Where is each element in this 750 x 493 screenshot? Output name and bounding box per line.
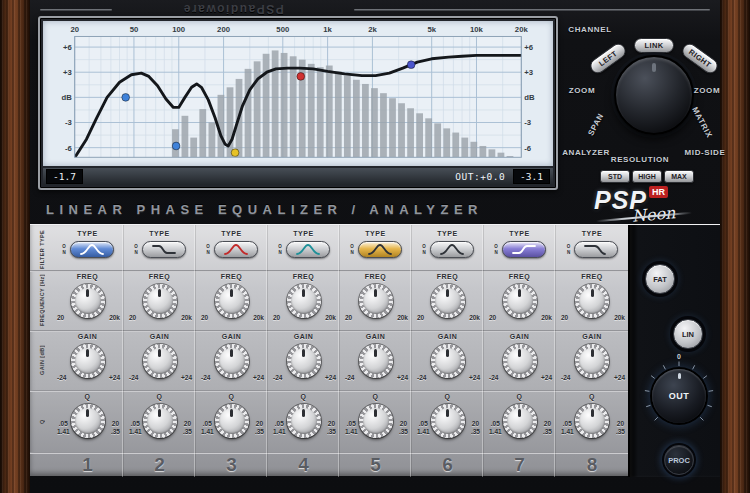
link-button[interactable]: LINK [634, 38, 674, 53]
freq-knob[interactable] [215, 284, 249, 318]
q-max-labels: 20.35 [543, 420, 552, 436]
db-scale-label-right: dB [524, 93, 535, 102]
gain-label: GAIN [196, 333, 267, 340]
freq-max-label: 20k [469, 314, 480, 321]
type-label: TYPE [556, 230, 628, 237]
type-label: TYPE [268, 230, 339, 237]
chassis: PSPaudioware 20501002005001k2k5k10k20k+6… [30, 0, 720, 493]
freq-knob[interactable] [143, 284, 177, 318]
freq-knob[interactable] [431, 284, 465, 318]
gain-min-label: -24 [561, 374, 570, 381]
freq-knob[interactable] [575, 284, 609, 318]
out-knob[interactable]: OUT [652, 369, 706, 423]
freq-label: FREQ [268, 273, 339, 280]
gain-knob[interactable] [287, 344, 321, 378]
q-knob[interactable] [431, 404, 465, 438]
gain-knob[interactable] [575, 344, 609, 378]
q-knob[interactable] [359, 404, 393, 438]
freq-min-label: 20 [561, 314, 568, 321]
freq-max-label: 20k [614, 314, 625, 321]
resolution-std-button[interactable]: STD [600, 170, 630, 183]
gain-max-label: +24 [253, 374, 264, 381]
band-on-indicator[interactable]: ON [494, 244, 499, 256]
q-knob[interactable] [503, 404, 537, 438]
band-on-indicator[interactable]: ON [566, 244, 571, 256]
gain-knob[interactable] [215, 344, 249, 378]
filter-type-button[interactable] [574, 241, 618, 258]
gain-min-label: -24 [417, 374, 426, 381]
filter-type-button[interactable] [430, 241, 474, 258]
proc-button[interactable]: PROC [664, 445, 694, 475]
freq-scale-label: 50 [130, 25, 139, 34]
band-on-indicator[interactable]: ON [134, 244, 139, 256]
channel-matrix-knob[interactable] [614, 55, 694, 135]
band-column-6: TYPEONFREQ2020kGAIN-24+24Q.051.4120.356 [412, 225, 484, 477]
resolution-high-button[interactable]: HIGH [632, 170, 662, 183]
freq-label: FREQ [124, 273, 195, 280]
q-knob[interactable] [215, 404, 249, 438]
freq-min-label: 20 [57, 314, 64, 321]
q-knob[interactable] [575, 404, 609, 438]
freq-label: FREQ [340, 273, 411, 280]
q-knob[interactable] [71, 404, 105, 438]
q-knob[interactable] [143, 404, 177, 438]
q-max-labels: 20.35 [255, 420, 264, 436]
freq-max-label: 20k [325, 314, 336, 321]
q-min-labels: .051.41 [201, 420, 214, 436]
q-label: Q [340, 393, 411, 400]
filter-type-button[interactable] [214, 241, 258, 258]
span-label: SPAN [584, 106, 609, 142]
gain-knob[interactable] [71, 344, 105, 378]
db-scale-label-left: dB [62, 93, 73, 102]
q-label: Q [268, 393, 339, 400]
freq-max-label: 20k [109, 314, 120, 321]
band-on-indicator[interactable]: ON [62, 244, 67, 256]
mid-side-label: MID-SIDE [676, 148, 734, 157]
gain-knob[interactable] [359, 344, 393, 378]
freq-knob[interactable] [287, 284, 321, 318]
q-min-labels: .051.41 [561, 420, 574, 436]
hr-badge: HR [649, 186, 668, 198]
type-label: TYPE [484, 230, 555, 237]
band-on-indicator[interactable]: ON [278, 244, 283, 256]
zoom-right-label: ZOOM [687, 86, 727, 95]
q-min-labels: .051.41 [273, 420, 286, 436]
freq-min-label: 20 [417, 314, 424, 321]
gain-label: GAIN [268, 333, 339, 340]
gain-max-label: +24 [397, 374, 408, 381]
filter-type-button[interactable] [358, 241, 402, 258]
band-on-indicator[interactable]: ON [422, 244, 427, 256]
freq-knob[interactable] [359, 284, 393, 318]
freq-min-label: 20 [129, 314, 136, 321]
band-on-indicator[interactable]: ON [206, 244, 211, 256]
band-column-4: TYPEONFREQ2020kGAIN-24+24Q.051.4120.354 [268, 225, 340, 477]
freq-knob[interactable] [503, 284, 537, 318]
q-min-labels: .051.41 [129, 420, 142, 436]
band-column-7: TYPEONFREQ2020kGAIN-24+24Q.051.4120.357 [484, 225, 556, 477]
master-section: FAT LIN 0 OUT PROC [628, 225, 720, 477]
gain-min-label: -24 [273, 374, 282, 381]
fat-button[interactable]: FAT [645, 264, 675, 294]
band-on-indicator[interactable]: ON [350, 244, 355, 256]
freq-max-label: 20k [181, 314, 192, 321]
gain-knob[interactable] [503, 344, 537, 378]
filter-type-button[interactable] [502, 241, 546, 258]
freq-knob[interactable] [71, 284, 105, 318]
filter-shape-icon-bell [366, 243, 394, 256]
resolution-max-button[interactable]: MAX [664, 170, 694, 183]
type-label: TYPE [412, 230, 483, 237]
analyzer-screen[interactable]: 20501002005001k2k5k10k20k+6+6+3+3dBdB-3-… [43, 21, 553, 166]
freq-scale-label: 200 [217, 25, 230, 34]
q-knob[interactable] [287, 404, 321, 438]
filter-type-button[interactable] [286, 241, 330, 258]
filter-type-button[interactable] [142, 241, 186, 258]
gain-knob[interactable] [143, 344, 177, 378]
filter-shape-icon-shelf-low [150, 243, 178, 256]
row-label-gain: GAIN [dB] [33, 331, 50, 390]
filter-type-button[interactable] [70, 241, 114, 258]
band-number: 2 [124, 452, 195, 477]
gain-knob[interactable] [431, 344, 465, 378]
gain-label: GAIN [340, 333, 411, 340]
lin-button[interactable]: LIN [673, 319, 703, 349]
freq-scale-label: 10k [470, 25, 484, 34]
